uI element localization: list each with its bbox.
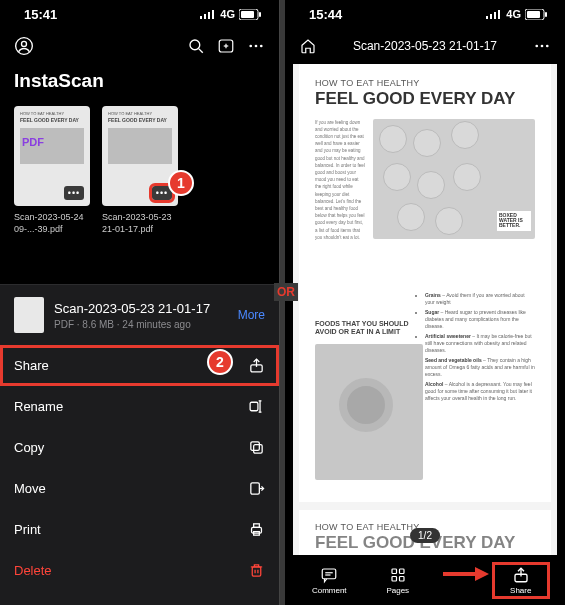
svg-rect-41 — [392, 576, 397, 581]
svg-rect-18 — [250, 402, 258, 411]
screen-preview: 15:44 4G Scan-2023-05-23 21-01-17 — [285, 0, 565, 605]
print-icon — [248, 521, 265, 538]
doc-subhead: HOW TO EAT HEALTHY — [315, 78, 535, 88]
svg-rect-25 — [252, 567, 261, 576]
battery-icon — [239, 9, 261, 20]
home-icon[interactable] — [299, 37, 317, 55]
sheet-more-link[interactable]: More — [238, 308, 265, 322]
rename-icon — [248, 398, 265, 415]
doc-section-heading: FOODS THAT YOU SHOULD AVOID OR EAT IN A … — [315, 320, 415, 337]
svg-rect-6 — [259, 12, 261, 17]
bottom-tabbar: Comment Pages Share — [285, 555, 565, 605]
more-icon[interactable] — [533, 37, 551, 55]
copy-row[interactable]: Copy — [0, 427, 279, 468]
document-gallery: HOW TO EAT HEALTHY FEEL GOOD EVERY DAY P… — [0, 98, 279, 243]
app-title: InstaScan — [0, 64, 279, 98]
document-page: HOW TO EAT HEALTHY FEEL GOOD EVERY DAY I… — [299, 64, 551, 502]
svg-point-16 — [260, 45, 263, 48]
svg-rect-42 — [399, 576, 404, 581]
document-more-button[interactable]: ••• — [64, 186, 84, 200]
tab-comment[interactable]: Comment — [302, 566, 356, 595]
svg-point-8 — [22, 41, 27, 46]
document-card[interactable]: HOW TO EAT HEALTHY FEEL GOOD EVERY DAY P… — [14, 106, 90, 235]
svg-rect-39 — [392, 569, 397, 574]
tab-share[interactable]: Share — [494, 564, 548, 597]
svg-rect-32 — [545, 12, 547, 17]
tab-label: Share — [510, 586, 531, 595]
battery-icon — [525, 9, 547, 20]
pdf-badge: PDF — [22, 136, 44, 148]
svg-rect-2 — [208, 12, 210, 19]
sheet-meta: PDF · 8.6 MB · 24 minutes ago — [54, 319, 228, 330]
print-row[interactable]: Print — [0, 509, 279, 550]
svg-point-15 — [255, 45, 258, 48]
status-bar: 15:41 4G — [0, 0, 279, 28]
screen-library: 15:41 4G — [0, 0, 280, 605]
svg-point-9 — [190, 40, 200, 50]
tab-pages[interactable]: Pages — [371, 566, 425, 595]
svg-marker-45 — [475, 567, 489, 581]
more-icon[interactable] — [247, 37, 265, 55]
boxed-water-label: BOXED WATER IS BETTER. — [497, 211, 531, 231]
svg-rect-20 — [251, 442, 260, 451]
action-sheet: Scan-2023-05-23 21-01-17 PDF · 8.6 MB · … — [0, 284, 279, 605]
doc-secondary-image — [315, 344, 423, 480]
svg-rect-23 — [254, 524, 260, 528]
or-divider: OR — [274, 283, 298, 301]
copy-icon — [248, 439, 265, 456]
svg-point-33 — [535, 45, 538, 48]
account-icon[interactable] — [14, 36, 34, 56]
search-icon[interactable] — [187, 37, 205, 55]
delete-label: Delete — [14, 563, 52, 578]
signal-icon — [200, 9, 216, 19]
delete-row[interactable]: Delete — [0, 550, 279, 591]
doc-hero-image: BOXED WATER IS BETTER. — [373, 119, 535, 239]
trash-icon — [248, 562, 265, 579]
status-time: 15:41 — [24, 7, 57, 22]
rename-row[interactable]: Rename — [0, 386, 279, 427]
move-icon — [248, 480, 265, 497]
document-viewport[interactable]: HOW TO EAT HEALTHY FEEL GOOD EVERY DAY I… — [293, 64, 557, 555]
status-bar: 15:44 4G — [285, 0, 565, 28]
signal-icon — [486, 9, 502, 19]
doc-paragraph: If you are feeling down and worried abou… — [315, 119, 365, 241]
move-label: Move — [14, 481, 46, 496]
share-icon — [248, 357, 265, 374]
rename-label: Rename — [14, 399, 63, 414]
svg-rect-29 — [498, 10, 500, 19]
comment-icon — [319, 566, 339, 584]
share-icon — [511, 566, 531, 584]
sheet-header: Scan-2023-05-23 21-01-17 PDF · 8.6 MB · … — [0, 285, 279, 345]
document-thumbnail: HOW TO EAT HEALTHY FEEL GOOD EVERY DAY •… — [102, 106, 178, 206]
document-name: Scan-2023-05-23 21-01-17.pdf — [102, 212, 178, 235]
sheet-thumbnail — [14, 297, 44, 333]
share-row[interactable]: Share — [0, 345, 279, 386]
network-label: 4G — [506, 8, 521, 20]
svg-rect-21 — [251, 483, 260, 494]
move-row[interactable]: Move — [0, 468, 279, 509]
document-card[interactable]: HOW TO EAT HEALTHY FEEL GOOD EVERY DAY •… — [102, 106, 178, 235]
tab-label: Comment — [312, 586, 347, 595]
svg-rect-19 — [254, 445, 262, 454]
svg-rect-40 — [399, 569, 404, 574]
doc-headline: FEEL GOOD EVERY DAY — [315, 90, 535, 109]
svg-rect-26 — [486, 16, 488, 19]
pages-icon — [388, 566, 408, 584]
svg-point-14 — [249, 45, 252, 48]
svg-rect-28 — [494, 12, 496, 19]
add-folder-icon[interactable] — [217, 37, 235, 55]
svg-rect-3 — [212, 10, 214, 19]
sheet-title: Scan-2023-05-23 21-01-17 — [54, 301, 228, 316]
share-label: Share — [14, 358, 49, 373]
top-toolbar — [0, 28, 279, 64]
status-time: 15:44 — [309, 7, 342, 22]
doc-bullet-list: Grains – Avoid them if you are worried a… — [425, 292, 535, 405]
document-name: Scan-2023-05-24 09-...-39.pdf — [14, 212, 90, 235]
tab-label: Pages — [386, 586, 409, 595]
annotation-badge-1: 1 — [168, 170, 194, 196]
svg-rect-5 — [241, 11, 254, 18]
svg-rect-36 — [323, 569, 337, 579]
svg-line-10 — [199, 49, 203, 53]
svg-rect-1 — [204, 14, 206, 19]
arrow-annotation — [441, 565, 489, 587]
